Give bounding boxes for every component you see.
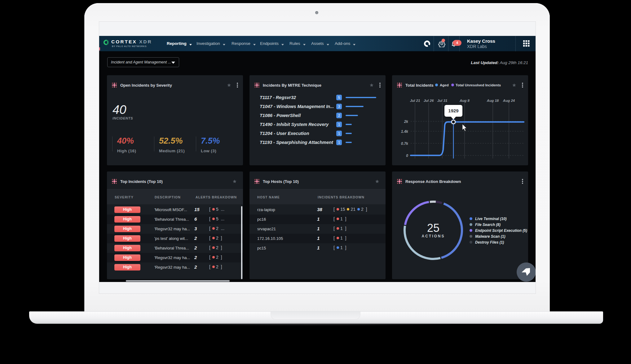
svg-text:Jul 21: Jul 21 [410,99,420,102]
svg-text:Aug 8: Aug 8 [459,99,470,102]
svg-text:Jul 31: Jul 31 [437,99,448,102]
svg-text:2k: 2k [404,119,409,124]
svg-text:Jul 26: Jul 26 [424,99,434,102]
svg-text:0: 0 [406,154,408,158]
svg-text:0.7k: 0.7k [401,141,409,146]
svg-text:Aug 24: Aug 24 [503,99,515,102]
svg-text:1.4k: 1.4k [401,129,409,134]
svg-text:Aug 18: Aug 18 [487,99,499,102]
